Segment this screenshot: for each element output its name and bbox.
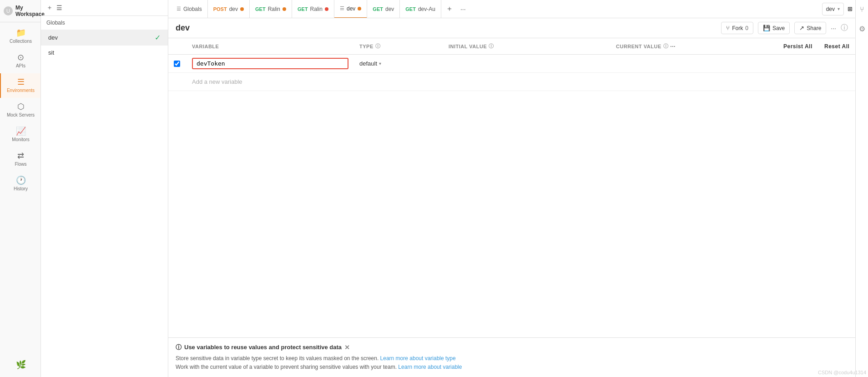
tab-label-post-dev: dev: [229, 6, 238, 12]
more-options-button[interactable]: ···: [831, 25, 836, 32]
env-selector-label: dev: [826, 6, 835, 12]
variable-input[interactable]: [192, 58, 348, 69]
tab-dot-rain2: [325, 7, 328, 11]
info-bar: ⓘ Use variables to reuse values and prot…: [168, 337, 855, 377]
mock-servers-icon: ⬡: [17, 102, 25, 111]
th-checkbox: [168, 42, 187, 51]
th-persist-all[interactable]: Persist All: [778, 39, 819, 54]
tabs-bar: ☰ Globals POST dev GET Ralin GET Ralin ☰…: [168, 0, 855, 18]
th-persist-label: Persist All: [783, 43, 812, 50]
main-content: ☰ Globals POST dev GET Ralin GET Ralin ☰…: [168, 0, 855, 377]
th-current-more-icon[interactable]: ···: [670, 43, 676, 50]
sidebar-item-mock-servers[interactable]: ⬡ Mock Servers: [0, 98, 40, 122]
save-label: Save: [772, 25, 785, 31]
tab-post-dev[interactable]: POST dev: [208, 0, 250, 18]
fork-icon: ⑂: [726, 25, 730, 31]
add-environment-icon[interactable]: ＋: [46, 4, 53, 12]
info-button[interactable]: ⓘ: [841, 23, 848, 33]
th-variable-label: Variable: [192, 44, 219, 49]
info-line1-before: Store sensitive data in variable type se…: [176, 355, 378, 362]
tab-dot-rain1: [283, 7, 286, 11]
collections-icon: 📁: [16, 29, 26, 37]
panel-menu-icon[interactable]: ☰: [56, 4, 62, 11]
share-button[interactable]: ↗ Share: [794, 22, 826, 34]
sidebar-item-label-flows: Flows: [15, 162, 26, 167]
type-dropdown[interactable]: default ▾: [359, 60, 381, 67]
info-line2-link[interactable]: Learn more about variable: [398, 364, 462, 370]
row-checkbox-cell: [168, 58, 187, 70]
new-tab-button[interactable]: ＋: [443, 4, 456, 14]
monitors-icon: 📈: [16, 127, 26, 135]
th-reset-all[interactable]: Reset All: [819, 39, 855, 54]
right-git-icon[interactable]: ⑂: [858, 4, 866, 15]
tab-dev-env[interactable]: ☰ dev: [334, 0, 367, 18]
sidebar-item-collections[interactable]: 📁 Collections: [0, 24, 40, 49]
table-row: default ▾: [168, 55, 855, 73]
sidebar-item-bottom[interactable]: 🌿: [13, 356, 28, 373]
environments-icon: ☰: [17, 78, 25, 86]
environments-list: dev ✓ sit: [41, 30, 168, 377]
environment-selector[interactable]: dev ▾: [822, 3, 844, 15]
th-initial-info-icon[interactable]: ⓘ: [489, 43, 494, 50]
right-icons-panel: ⑂ ⚙: [855, 0, 868, 377]
right-variable-icon[interactable]: ⚙: [857, 23, 867, 35]
tab-get-dev[interactable]: GET dev: [367, 0, 400, 18]
tab-get-dev-au[interactable]: GET dev-Au: [400, 0, 441, 18]
info-bar-close-button[interactable]: ✕: [344, 344, 350, 351]
sidebar-item-flows[interactable]: ⇄ Flows: [0, 147, 40, 172]
row-type-cell: default ▾: [354, 57, 443, 70]
workspace-header[interactable]: U My Workspace: [0, 0, 40, 22]
globals-tab-icon: ☰: [177, 6, 181, 12]
tab-label-globals: Globals: [183, 6, 202, 12]
row-initial-value-cell[interactable]: [443, 61, 611, 66]
add-variable-placeholder[interactable]: Add a new variable: [192, 76, 242, 87]
table-header: Variable Type ⓘ Initial Value ⓘ Current …: [168, 38, 855, 55]
tab-dot-dev-env: [358, 7, 361, 10]
row-checkbox[interactable]: [174, 61, 180, 67]
sidebar-item-monitors[interactable]: 📈 Monitors: [0, 122, 40, 147]
fork-label: Fork: [732, 25, 743, 31]
watermark: CSDN @codu4u1314: [818, 370, 866, 375]
save-button[interactable]: 💾 Save: [758, 22, 790, 34]
info-bar-body: Store sensitive data in variable type se…: [176, 354, 848, 372]
environment-item-sit[interactable]: sit: [41, 46, 168, 60]
get-method-label-1: GET: [255, 6, 266, 12]
add-row-variable-cell[interactable]: Add a new variable: [187, 74, 855, 90]
tabs-actions: ＋ ···: [443, 4, 468, 14]
tabs-more-button[interactable]: ···: [459, 5, 468, 13]
th-initial-label: Initial Value: [449, 44, 487, 49]
get-method-label-3: GET: [373, 6, 383, 12]
sidebar-item-history[interactable]: 🕐 History: [0, 172, 40, 196]
tab-get-rain1[interactable]: GET Ralin: [250, 0, 292, 18]
tab-label-get-dev: dev: [385, 6, 394, 12]
globals-section-title: Globals: [41, 16, 168, 30]
apis-icon: ⊙: [17, 53, 24, 61]
th-current-info-icon[interactable]: ⓘ: [663, 43, 669, 50]
fork-count: 0: [745, 25, 748, 31]
share-icon: ↗: [799, 25, 804, 31]
sidebar-item-apis[interactable]: ⊙ APIs: [0, 49, 40, 73]
sidebar-item-label-collections: Collections: [10, 39, 32, 44]
info-line2-before: Work with the current value of a variabl…: [176, 364, 397, 370]
layout-icon[interactable]: ⊞: [848, 5, 853, 12]
th-initial-value: Initial Value ⓘ: [443, 38, 611, 54]
th-current-value: Current Value ⓘ ···: [611, 38, 778, 54]
tab-globals[interactable]: ☰ Globals: [171, 0, 208, 18]
th-type-info-icon[interactable]: ⓘ: [375, 43, 381, 50]
variables-table: Variable Type ⓘ Initial Value ⓘ Current …: [168, 38, 855, 337]
tab-get-rain2[interactable]: GET Ralin: [292, 0, 334, 18]
sidebar-item-environments[interactable]: ☰ Environments: [0, 73, 40, 98]
info-bar-icon: ⓘ: [176, 343, 182, 352]
environment-item-dev[interactable]: dev ✓: [41, 30, 168, 46]
fork-button[interactable]: ⑂ Fork 0: [721, 22, 753, 34]
environment-title: dev: [176, 23, 190, 33]
type-label: default: [359, 60, 377, 67]
row-variable-cell: [187, 55, 354, 72]
info-line1-link[interactable]: Learn more about variable type: [380, 355, 456, 362]
th-type: Type ⓘ: [354, 38, 443, 54]
row-current-value-cell[interactable]: [611, 61, 778, 66]
sidebar-item-label-apis: APIs: [16, 63, 25, 69]
th-type-label: Type: [359, 44, 373, 49]
get-method-label-2: GET: [298, 6, 308, 12]
th-variable: Variable: [187, 39, 354, 54]
